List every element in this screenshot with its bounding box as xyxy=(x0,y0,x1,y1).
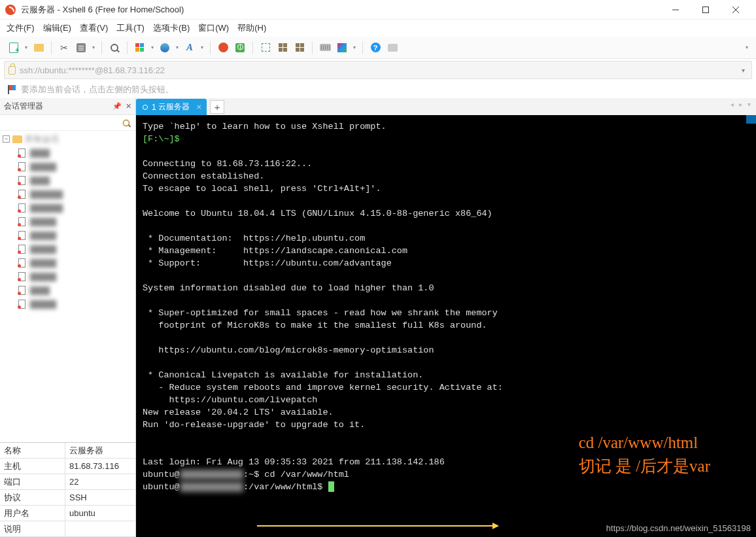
disconnect-button[interactable]: ✂ xyxy=(57,41,71,55)
separator xyxy=(127,41,128,54)
tree-item-label: ▇▇▇▇ xyxy=(30,244,56,254)
xftp-button[interactable]: ⓘ xyxy=(233,41,247,55)
reconnect-dropdown[interactable]: ▾ xyxy=(91,44,96,50)
tree-item[interactable]: ▇▇▇▇ xyxy=(0,160,135,173)
scrollbar[interactable] xyxy=(746,115,756,537)
annotation-overlay: cd /var/www/html切记 是 /后才是var xyxy=(579,431,710,478)
separator xyxy=(51,41,52,54)
keyboard-button[interactable] xyxy=(318,41,332,55)
separator xyxy=(252,41,253,54)
menu-tools[interactable]: 工具(T) xyxy=(116,22,145,34)
session-icon xyxy=(17,272,27,281)
tree-item-label: ▇▇▇ xyxy=(30,285,50,295)
toolbar: ▾ ✂ ▾ ▾ ▾ A ▾ ⓘ ▾ ? ▾ xyxy=(0,37,756,59)
minimize-button[interactable] xyxy=(661,0,691,20)
font-button[interactable]: A xyxy=(182,41,197,55)
session-icon xyxy=(17,203,27,213)
session-icon xyxy=(17,190,27,199)
tree-item[interactable]: ▇▇▇▇ xyxy=(0,269,135,283)
watermark: https://blog.csdn.net/weixin_51563198 xyxy=(606,522,751,534)
session-icon xyxy=(17,217,27,226)
tree-item[interactable]: ▇▇▇ xyxy=(0,173,135,187)
toolbar-overflow[interactable]: ▾ xyxy=(744,44,749,50)
maximize-button[interactable] xyxy=(691,0,721,20)
web-dropdown[interactable]: ▾ xyxy=(175,44,180,50)
prop-key: 端口 xyxy=(0,474,65,489)
separator xyxy=(312,41,313,54)
tree-root-label: 所有会话 xyxy=(25,133,59,145)
prop-value: ubuntu xyxy=(65,508,135,518)
app-logo-icon xyxy=(5,5,16,15)
tree-item-label: ▇▇▇▇ xyxy=(30,258,56,268)
xagent-button[interactable] xyxy=(216,41,230,55)
highlight-dropdown[interactable]: ▾ xyxy=(352,44,357,50)
menu-help[interactable]: 帮助(H) xyxy=(237,22,266,34)
close-panel-button[interactable]: ✕ xyxy=(126,102,131,111)
new-tab-button[interactable]: + xyxy=(210,100,224,114)
session-manager-panel: 会话管理器 📌 ✕ − 所有会话 ▇▇▇▇▇▇▇▇▇▇▇▇▇▇▇▇▇▇▇▇▇▇▇… xyxy=(0,98,136,537)
tree-item[interactable]: ▇▇▇▇ xyxy=(0,228,135,242)
prop-key: 协议 xyxy=(0,490,65,505)
font-dropdown[interactable]: ▾ xyxy=(199,44,205,50)
tree-item[interactable]: ▇▇▇ xyxy=(0,283,135,297)
collapse-icon[interactable]: − xyxy=(3,135,10,143)
tab-list-button[interactable]: ▾ xyxy=(747,101,751,108)
fullscreen-button[interactable] xyxy=(258,41,273,55)
help-button[interactable]: ? xyxy=(368,41,383,55)
tree-item[interactable]: ▇▇▇▇ xyxy=(0,215,135,228)
highlight-button[interactable] xyxy=(335,41,349,55)
new-session-button[interactable] xyxy=(7,41,21,55)
tree-item[interactable]: ▇▇▇▇▇ xyxy=(0,201,135,215)
tree-item[interactable]: ▇▇▇ xyxy=(0,146,135,160)
tree-item[interactable]: ▇▇▇▇▇ xyxy=(0,187,135,201)
open-button[interactable] xyxy=(31,41,46,55)
tree-item[interactable]: ▇▇▇▇ xyxy=(0,297,135,311)
terminal[interactable]: Type `help' to learn how to use Xshell p… xyxy=(136,115,756,537)
tree-item[interactable]: ▇▇▇▇ xyxy=(0,256,135,269)
svg-marker-5 xyxy=(492,523,499,529)
tree-item[interactable]: ▇▇▇▇ xyxy=(0,242,135,256)
reconnect-button[interactable] xyxy=(74,41,88,55)
arrow-icon xyxy=(257,521,499,530)
properties-table: 名称 云服务器 主机81.68.73.116端口22协议SSH用户名ubuntu… xyxy=(0,442,135,537)
prop-key: 主机 xyxy=(0,459,65,474)
pin-button[interactable]: 📌 xyxy=(112,102,122,111)
tab-bar: 1 云服务器 × + ◂ ▸ ▾ xyxy=(136,98,756,115)
sidebar-search[interactable] xyxy=(0,115,135,131)
status-dot-icon xyxy=(143,105,148,110)
tab-index: 1 xyxy=(152,103,156,112)
session-icon xyxy=(17,300,27,309)
session-tab[interactable]: 1 云服务器 × xyxy=(136,99,207,115)
tree-item-label: ▇▇▇▇ xyxy=(30,230,56,240)
menu-tabs[interactable]: 选项卡(B) xyxy=(153,22,190,34)
feedback-button[interactable] xyxy=(385,41,400,55)
tab-prev-button[interactable]: ◂ xyxy=(730,101,734,108)
menu-view[interactable]: 查看(V) xyxy=(80,22,108,34)
copy-button[interactable] xyxy=(133,41,147,55)
menu-window[interactable]: 窗口(W) xyxy=(198,22,229,34)
address-bar[interactable]: ssh://ubuntu:********@81.68.73.116:22 ▾ xyxy=(4,61,752,79)
menu-file[interactable]: 文件(F) xyxy=(7,22,35,34)
svg-rect-1 xyxy=(703,7,709,12)
find-button[interactable] xyxy=(107,41,122,55)
lock-icon xyxy=(9,66,16,75)
copy-dropdown[interactable]: ▾ xyxy=(150,44,155,50)
tree-item-label: ▇▇▇▇▇ xyxy=(30,203,63,213)
hint-text: 要添加当前会话，点击左侧的箭头按钮。 xyxy=(21,84,174,95)
separator xyxy=(210,41,211,54)
tile-button[interactable] xyxy=(275,41,290,55)
tab-next-button[interactable]: ▸ xyxy=(739,101,742,108)
close-button[interactable] xyxy=(721,0,751,20)
tree-item-label: ▇▇▇ xyxy=(30,175,50,185)
sidebar-title: 会话管理器 xyxy=(4,101,109,112)
session-tree[interactable]: − 所有会话 ▇▇▇▇▇▇▇▇▇▇▇▇▇▇▇▇▇▇▇▇▇▇▇▇▇▇▇▇▇▇▇▇▇… xyxy=(0,131,135,442)
address-dropdown-icon[interactable]: ▾ xyxy=(742,67,745,74)
tile2-button[interactable] xyxy=(292,41,307,55)
tree-root[interactable]: − 所有会话 xyxy=(0,132,135,146)
new-session-dropdown[interactable]: ▾ xyxy=(24,44,29,50)
session-icon xyxy=(17,162,27,171)
web-button[interactable] xyxy=(158,41,172,55)
menu-edit[interactable]: 编辑(E) xyxy=(43,22,71,34)
tab-close-button[interactable]: × xyxy=(196,102,201,112)
tree-item-label: ▇▇▇ xyxy=(30,148,50,158)
